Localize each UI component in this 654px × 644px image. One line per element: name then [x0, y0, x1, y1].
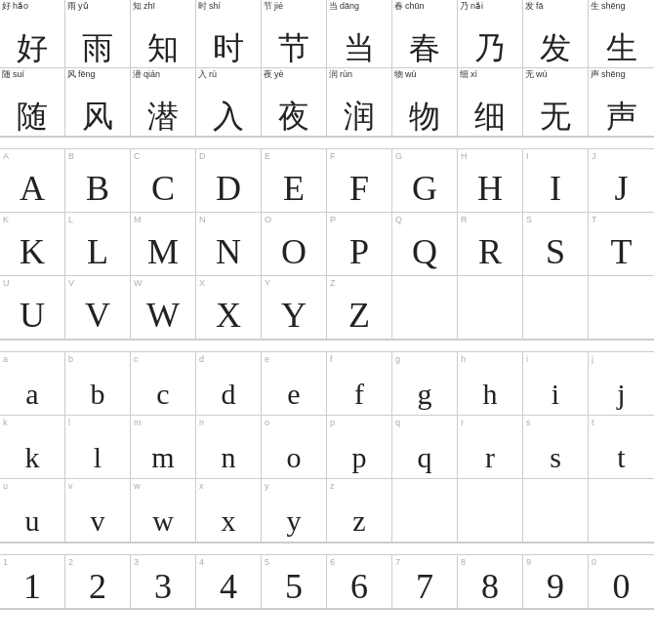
chinese-character: 好	[17, 32, 48, 63]
number-cell: 11	[0, 555, 65, 609]
lowercase-letter: u	[25, 506, 40, 536]
chinese-char-cell: 随suí随	[0, 68, 65, 137]
uppercase-letter: I	[550, 171, 561, 206]
lowercase-cell: yy	[262, 479, 327, 543]
uppercase-section: AABBCCDDEEFFGGHHIIJJKKLLMMNNOOPPQQRRSSTT…	[0, 149, 654, 341]
chinese-section: 好hǎo好雨yǔ雨知zhī知时shí时节jié节当dāng当春chūn春乃nǎi…	[0, 0, 654, 138]
lowercase-letter: x	[222, 506, 236, 536]
number-cell: 99	[523, 555, 589, 609]
number-character: 5	[285, 569, 303, 604]
lowercase-letter: e	[287, 380, 300, 409]
letter-index-label: g	[395, 354, 400, 364]
spacer-1	[0, 138, 654, 149]
chinese-character: 无	[540, 101, 571, 132]
number-index-label: 6	[330, 557, 335, 567]
letter-index-label: j	[592, 354, 593, 364]
chinese-character: 物	[409, 101, 440, 132]
lowercase-letter: p	[352, 443, 367, 472]
letter-index-label: Z	[330, 278, 336, 288]
uppercase-cell	[392, 276, 458, 340]
letter-index-label: C	[134, 151, 141, 161]
letter-index-label: y	[265, 481, 269, 491]
uppercase-letter: R	[478, 234, 502, 269]
uppercase-cell: KK	[0, 213, 65, 276]
letter-index-label: D	[199, 151, 206, 161]
lowercase-cell	[392, 479, 458, 543]
pinyin-label: 好hǎo	[2, 2, 28, 12]
lowercase-letter: b	[91, 380, 105, 409]
letter-index-label: p	[330, 418, 335, 427]
uppercase-letter: D	[216, 171, 241, 206]
uppercase-cell: GG	[392, 149, 458, 213]
pinyin-label: 声shēng	[591, 70, 626, 80]
chinese-character: 入	[213, 101, 244, 132]
lowercase-cell: ii	[523, 352, 589, 416]
letter-index-label: t	[592, 418, 594, 427]
uppercase-cell	[589, 276, 654, 340]
uppercase-letter: X	[216, 298, 241, 333]
uppercase-letter: K	[20, 234, 45, 269]
uppercase-cell	[458, 276, 523, 340]
lowercase-letter: z	[352, 506, 365, 536]
number-cell: 77	[392, 555, 458, 609]
uppercase-cell: UU	[0, 276, 65, 340]
chinese-char-row: 好hǎo好雨yǔ雨知zhī知时shí时节jié节当dāng当春chūn春乃nǎi…	[0, 0, 654, 68]
lowercase-cell: uu	[0, 479, 65, 543]
letter-index-label: J	[592, 151, 596, 161]
number-character: 7	[416, 569, 433, 604]
letter-index-label: R	[461, 215, 468, 224]
letter-index-label: a	[3, 354, 8, 364]
letter-index-label: c	[134, 354, 139, 364]
letter-index-label: A	[3, 151, 9, 161]
letter-index-label: n	[199, 418, 204, 427]
lowercase-cell: qq	[392, 416, 458, 479]
letter-index-label: H	[461, 151, 468, 161]
chinese-char-cell: 生shēng生	[589, 0, 654, 68]
lowercase-letter: t	[617, 443, 625, 472]
uppercase-letter: F	[349, 171, 369, 206]
pinyin-label: 入rù	[198, 70, 217, 80]
lowercase-cell	[523, 479, 589, 543]
uppercase-letter: T	[611, 234, 633, 269]
uppercase-cell: JJ	[589, 149, 654, 213]
letter-index-label: o	[265, 418, 269, 427]
chinese-char-cell: 物wù物	[392, 68, 458, 137]
uppercase-letter: V	[85, 298, 110, 333]
lowercase-letter: q	[418, 443, 432, 472]
letter-index-label: m	[134, 418, 142, 427]
chinese-char-row: 随suí随风fēng风潜qián潜入rù入夜yè夜润rùn润物wù物细xì细无w…	[0, 68, 654, 137]
chinese-char-cell: 夜yè夜	[262, 68, 327, 137]
uppercase-cell: ZZ	[327, 276, 392, 340]
chinese-character: 随	[17, 101, 48, 132]
chinese-character: 细	[474, 101, 506, 132]
lowercase-cell: ll	[65, 416, 131, 479]
lowercase-rows: aabbccddeeffgghhiijjkkllmmnnooppqqrrsstt…	[0, 352, 654, 543]
chinese-char-cell: 发fā发	[523, 0, 589, 68]
number-character: 2	[89, 569, 106, 604]
pinyin-label: 物wù	[394, 70, 417, 80]
number-character: 9	[547, 569, 564, 604]
number-cell: 55	[262, 555, 327, 609]
pinyin-label: 节jié	[264, 2, 283, 12]
number-character: 4	[220, 569, 237, 604]
letter-index-label: W	[134, 278, 143, 288]
pinyin-label: 知zhī	[133, 2, 155, 12]
lowercase-cell: ee	[262, 352, 327, 416]
spacer-3	[0, 543, 654, 555]
uppercase-cell: DD	[196, 149, 262, 213]
letter-index-label: f	[330, 354, 333, 364]
pinyin-label: 发fā	[525, 2, 544, 12]
number-cell: 66	[327, 555, 392, 609]
uppercase-cell: OO	[262, 213, 327, 276]
pinyin-label: 细xì	[460, 70, 477, 80]
letter-index-label: P	[330, 215, 336, 224]
lowercase-letter: f	[354, 380, 364, 409]
uppercase-letter: N	[216, 234, 241, 269]
letter-index-label: X	[199, 278, 205, 288]
lowercase-letter: v	[91, 506, 105, 536]
letter-index-label: U	[3, 278, 10, 288]
uppercase-cell: HH	[458, 149, 523, 213]
lowercase-cell: tt	[589, 416, 654, 479]
lowercase-letter: i	[552, 380, 559, 409]
lowercase-letter: m	[151, 443, 174, 472]
